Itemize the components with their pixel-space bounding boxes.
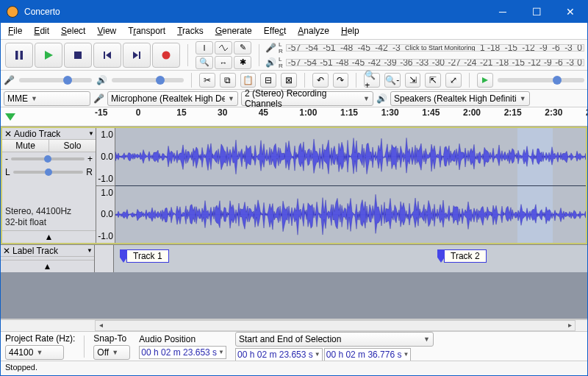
playback-device-combo[interactable]: Speakers (Realtek High Definiti▼ [390,91,530,106]
track-close-button[interactable]: ✕ [2,246,11,256]
paste-button[interactable]: 📋 [240,73,257,88]
label-area[interactable]: Track 1 Track 2 [114,245,587,272]
mute-button[interactable]: Mute [2,140,49,152]
menu-help[interactable]: Help [335,24,365,38]
titlebar: Concerto ─ ☐ ✕ [1,1,587,23]
project-rate-label: Project Rate (Hz): [5,333,75,344]
undo-button[interactable]: ↶ [312,73,329,88]
status-bar: Stopped. [1,361,587,375]
tracks-area: ✕ Audio Track ▼ Mute Solo -+ LR Stereo, … [1,127,587,319]
snap-to-combo[interactable]: Off▼ [93,345,130,360]
label-marker[interactable]: Track 1 [120,249,169,263]
svg-point-8 [162,51,171,59]
menu-view[interactable]: View [91,24,122,38]
timeshift-tool[interactable]: ↔ [215,56,232,69]
menu-select[interactable]: Select [55,24,91,38]
waveform-right-channel [115,186,586,244]
menu-tracks[interactable]: Tracks [171,24,209,38]
playback-volume-slider[interactable] [112,78,184,82]
audio-position-label: Audio Position [139,334,226,344]
draw-tool[interactable]: ✎ [234,41,251,54]
audio-host-combo[interactable]: MME▼ [4,91,90,106]
solo-button[interactable]: Solo [49,140,96,152]
selection-toolbar: Project Rate (Hz): 44100▼ Snap-To Off▼ A… [1,331,587,361]
waveform-area[interactable] [115,128,586,243]
skip-end-button[interactable] [123,43,151,68]
selection-tool[interactable]: I [196,41,213,54]
track-menu-button[interactable]: ▼ [87,247,93,254]
redo-button[interactable]: ↷ [333,73,349,88]
label-track: ✕ Label Track ▼ ▲ Track 1 Track 2 [1,244,587,272]
gain-slider[interactable]: -+ [2,152,96,166]
recording-volume-slider[interactable] [19,78,92,82]
fit-project-button[interactable]: ⇱ [425,73,441,88]
svg-rect-7 [139,52,140,59]
svg-marker-9 [482,77,488,83]
track-close-button[interactable]: ✕ [4,129,12,139]
fit-selection-button[interactable]: ⇲ [405,73,421,88]
copy-button[interactable]: ⧉ [220,73,236,88]
menu-edit[interactable]: Edit [28,24,55,38]
svg-rect-0 [15,51,18,60]
speaker-icon: 🔊 [96,75,107,85]
tools-toolbar: I ✎ 🔍 ↔ ✱ [196,41,251,69]
mixer-edit-toolbar: 🎤 🔊 ✂ ⧉ 📋 ⊟ ⊠ ↶ ↷ 🔍+ 🔍- ⇲ ⇱ ⤢ [1,71,587,90]
device-toolbar: MME▼ 🎤 Microphone (Realtek High Defini▼ … [1,90,587,107]
playhead-icon[interactable] [5,113,15,121]
play-at-speed-button[interactable] [477,73,493,88]
track-name[interactable]: Audio Track [12,129,88,139]
zoom-out-button[interactable]: 🔍- [384,73,401,88]
multi-tool[interactable]: ✱ [234,56,251,69]
menu-file[interactable]: File [2,24,28,38]
maximize-button[interactable]: ☐ [520,1,553,23]
minimize-button[interactable]: ─ [486,1,520,23]
record-button[interactable] [152,43,180,68]
recording-channels-combo[interactable]: 2 (Stereo) Recording Channels▼ [241,91,373,106]
mic-icon: 🎤 [265,43,276,53]
window-title: Concerto [24,7,486,17]
label-text[interactable]: Track 1 [126,249,169,263]
trim-button[interactable]: ⊟ [260,73,276,88]
pan-slider[interactable]: LR [2,166,96,179]
audio-track: ✕ Audio Track ▼ Mute Solo -+ LR Stereo, … [1,127,587,244]
recording-device-combo[interactable]: Microphone (Realtek High Defini▼ [107,91,238,106]
track-menu-button[interactable]: ▼ [88,130,94,137]
svg-marker-2 [45,51,53,60]
svg-rect-3 [74,52,82,59]
stop-button[interactable] [64,43,92,68]
menu-transport[interactable]: Transport [122,24,171,38]
envelope-tool[interactable] [215,41,232,54]
zoom-toggle-button[interactable]: ⤢ [445,73,462,88]
pause-button[interactable] [5,43,33,68]
timeline-ruler[interactable]: -1501530451:001:151:301:452:002:152:302:… [1,107,587,127]
recording-meter[interactable]: 🎤LR-57-54-51-48-45-42-3Click to Start Mo… [265,41,587,69]
skip-start-button[interactable] [93,43,121,68]
mic-icon: 🎤 [4,75,15,85]
horizontal-scrollbar[interactable]: ◂▸ [1,319,587,331]
cut-button[interactable]: ✂ [199,73,215,88]
audio-position-field[interactable]: 00 h 02 m 23.653 s▼ [139,346,226,359]
selection-start-field[interactable]: 00 h 02 m 23.653 s▼ [235,348,323,361]
label-text[interactable]: Track 2 [444,249,487,263]
playback-speed-slider[interactable] [498,78,584,82]
track-name[interactable]: Label Track [11,246,87,256]
play-button[interactable] [35,43,62,68]
close-button[interactable]: ✕ [553,1,587,23]
project-rate-combo[interactable]: 44100▼ [5,345,64,360]
label-marker[interactable]: Track 2 [437,249,487,263]
snap-to-label: Snap-To [93,333,130,344]
menu-generate[interactable]: Generate [209,24,258,38]
silence-button[interactable]: ⊠ [281,73,297,88]
zoom-tool[interactable]: 🔍 [196,56,213,69]
menu-analyze[interactable]: Analyze [292,24,335,38]
selection-end-field[interactable]: 00 h 02 m 36.776 s▼ [324,348,412,361]
menu-bar: File Edit Select View Transport Tracks G… [1,23,587,40]
app-icon [7,6,18,18]
selection-mode-combo[interactable]: Start and End of Selection▼ [235,332,434,347]
track-collapse-button[interactable]: ▲ [1,260,94,272]
zoom-in-button[interactable]: 🔍+ [364,73,380,88]
track-collapse-button[interactable]: ▲ [2,230,96,243]
menu-effect[interactable]: Effect [258,24,292,38]
speaker-icon: 🔊 [376,93,387,104]
track-format-info: Stereo, 44100Hz 32-bit float [2,205,96,230]
